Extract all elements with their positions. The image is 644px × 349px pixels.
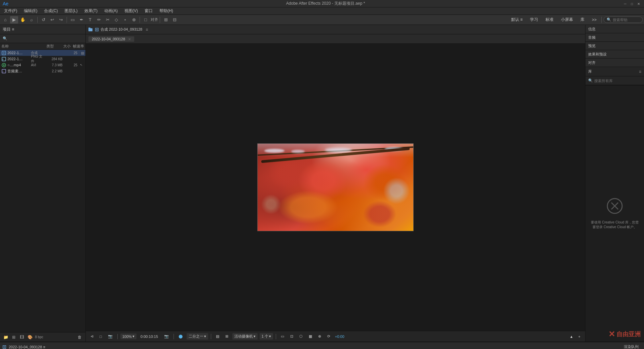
views-dropdown-icon: ▾ xyxy=(269,334,271,339)
menu-window[interactable]: 窗口 xyxy=(142,7,155,14)
grid-btn[interactable]: ⊟ xyxy=(171,16,179,24)
viewer-guide[interactable]: ⊡ xyxy=(288,334,295,339)
menu-animation[interactable]: 动画(A) xyxy=(102,7,120,14)
align-section: 对齐 xyxy=(585,59,644,67)
minimize-button[interactable]: ─ xyxy=(622,1,628,6)
viewer-camera[interactable]: 活动摄像机 ▾ xyxy=(232,333,258,340)
menu-effect[interactable]: 效果(T) xyxy=(82,7,100,14)
library-menu-icon[interactable]: ≡ xyxy=(639,69,641,74)
menu-bar: 文件(F) 编辑(E) 合成(C) 图层(L) 效果(T) 动画(A) 视图(V… xyxy=(0,7,644,15)
puppet-tool[interactable]: ⋆ xyxy=(121,16,129,24)
eraser-tool[interactable]: ◇ xyxy=(112,16,120,24)
project-item-2[interactable]: ○....mp4 AVI 7.3 MB 25 ↖ xyxy=(0,62,85,68)
viewer-expand[interactable]: ▲ xyxy=(568,334,575,339)
pen-tool[interactable]: ✒ xyxy=(77,16,85,24)
hand-tool[interactable]: ✋ xyxy=(19,16,27,24)
project-item-1[interactable]: P 2022-10...png PNG 文件 284 KB xyxy=(0,56,85,62)
text-tool[interactable]: T xyxy=(86,16,94,24)
workspace-learn[interactable]: 学习 xyxy=(527,16,541,23)
select-tool[interactable]: ▶ xyxy=(10,16,18,24)
comp-folder-icon xyxy=(88,28,92,32)
clone-tool[interactable]: ✂ xyxy=(104,16,112,24)
viewer-camera-btn[interactable]: 📷 xyxy=(106,334,115,339)
viewer-transparency[interactable]: ▤ xyxy=(214,334,221,339)
comp-tab-close[interactable]: ✕ xyxy=(128,37,131,41)
workspace-standard[interactable]: 标准 xyxy=(543,16,556,23)
info-header[interactable]: 信息 xyxy=(585,25,644,33)
pin-tool[interactable]: ⊕ xyxy=(130,16,138,24)
project-item-3[interactable]: ♪ 音频素材 -... 2.2 MB xyxy=(0,68,85,74)
project-title: 项目 ≡ xyxy=(3,27,14,32)
menu-help[interactable]: 帮助(H) xyxy=(157,7,176,14)
redo-tool[interactable]: ↪ xyxy=(57,16,65,24)
home-tool[interactable]: ⌂ xyxy=(1,16,9,24)
snap-btn[interactable]: ⊞ xyxy=(162,16,170,24)
zoom-dropdown-icon: ▾ xyxy=(132,334,135,339)
audio-header[interactable]: 音频 xyxy=(585,33,644,41)
viewer-3d-toggle[interactable]: ⬡ xyxy=(297,334,305,339)
viewer-info-btn[interactable]: ▦ xyxy=(307,334,314,339)
project-search-input[interactable] xyxy=(9,37,83,41)
delete-btn[interactable]: 🗑 xyxy=(77,334,83,340)
undo-tool[interactable]: ↩ xyxy=(48,16,56,24)
search-input[interactable] xyxy=(613,18,640,22)
menu-file[interactable]: 文件(F) xyxy=(1,7,20,14)
viewer-add-view[interactable]: + xyxy=(576,334,582,339)
item-fps-0: 25 xyxy=(64,51,77,55)
col-size-header[interactable]: 大小 xyxy=(54,44,71,49)
comp-menu-icon[interactable]: ≡ xyxy=(146,27,148,32)
viewer-zoom[interactable]: 100% ▾ xyxy=(120,334,137,339)
snow-patch-1 xyxy=(264,149,285,153)
viewer-color-btn[interactable]: ⬤ xyxy=(177,334,185,339)
close-button[interactable]: ✕ xyxy=(636,1,641,6)
col-type-header[interactable]: 类型 xyxy=(40,44,54,49)
menu-composition[interactable]: 合成(C) xyxy=(41,7,61,14)
preview-header[interactable]: 预览 xyxy=(585,42,644,50)
viewer-roi[interactable]: ▭ xyxy=(279,334,286,339)
viewer-playback[interactable]: □ xyxy=(98,334,104,339)
rect-tool[interactable]: ▭ xyxy=(69,16,77,24)
bit-depth-label[interactable]: 8 bpc xyxy=(35,335,43,339)
viewer-resolution[interactable]: 二分之一 ▾ xyxy=(187,333,208,340)
watermark-text: 自由亚洲 xyxy=(616,330,641,338)
comp-tab-name: 2022-10-04_093128 xyxy=(92,37,125,41)
align-header[interactable]: 对齐 xyxy=(585,59,644,67)
brush-tool[interactable]: ✏ xyxy=(95,16,103,24)
viewer-prev-frame[interactable]: ⊲ xyxy=(88,334,96,339)
item-size-1: 284 KB xyxy=(46,57,63,61)
menu-edit[interactable]: 编辑(E) xyxy=(21,7,40,14)
render-queue-button[interactable]: 渲染队列 xyxy=(621,344,641,349)
rotate-tool[interactable]: ↺ xyxy=(39,16,47,24)
viewer-flow-btn[interactable]: ⊕ xyxy=(316,334,323,339)
workspace-smallscreen[interactable]: 小屏幕 xyxy=(558,16,576,23)
menu-layer[interactable]: 图层(L) xyxy=(62,7,80,14)
viewer-grid-btn[interactable]: ⊞ xyxy=(223,334,230,339)
workspace-default[interactable]: 默认 ≡ xyxy=(508,16,525,23)
viewer-time[interactable]: 0:00:10:15 xyxy=(139,334,160,339)
menu-view[interactable]: 视图(V) xyxy=(122,7,141,14)
library-search-input[interactable] xyxy=(594,79,641,83)
timeline-header: 2022-10-04_093128 ≡ 渲染队列 xyxy=(0,342,644,349)
cc-cloud-section: 要使用 Creative Cloud 库，您需要登录 Creative Clou… xyxy=(585,85,644,342)
viewer-snapshot[interactable]: 📷 xyxy=(162,334,171,339)
search-box[interactable]: 🔍 xyxy=(604,16,643,23)
audio-title: 音频 xyxy=(588,35,641,40)
col-fps-header[interactable]: 帧速率 xyxy=(71,44,84,49)
library-header[interactable]: 库 ≡ xyxy=(585,67,644,76)
viewer-reset-btn[interactable]: ⟳ xyxy=(325,334,332,339)
col-name-header[interactable]: 名称 xyxy=(1,44,36,49)
interpret-btn[interactable]: 🎞 xyxy=(19,334,25,340)
info-title: 信息 xyxy=(588,27,641,32)
new-item-btn[interactable]: ⊞ xyxy=(11,334,17,340)
workspace-more[interactable]: >> xyxy=(589,17,599,23)
comp-tab[interactable]: 2022-10-04_093128 ✕ xyxy=(88,36,134,42)
zoom-tool[interactable]: ⌕ xyxy=(28,16,36,24)
align-btn[interactable]: □ xyxy=(142,16,150,24)
viewer-views[interactable]: 1 个 ▾ xyxy=(260,333,273,340)
cc-cloud-text: 要使用 Creative Cloud 库，您需要登录 Creative Clou… xyxy=(591,220,639,230)
effects-header[interactable]: 效果和预设 xyxy=(585,50,644,58)
maximize-button[interactable]: □ xyxy=(629,1,635,6)
workspace-library[interactable]: 库 xyxy=(578,16,587,23)
effects-btn[interactable]: 🎨 xyxy=(27,334,33,340)
new-folder-btn[interactable]: 📁 xyxy=(3,334,9,340)
